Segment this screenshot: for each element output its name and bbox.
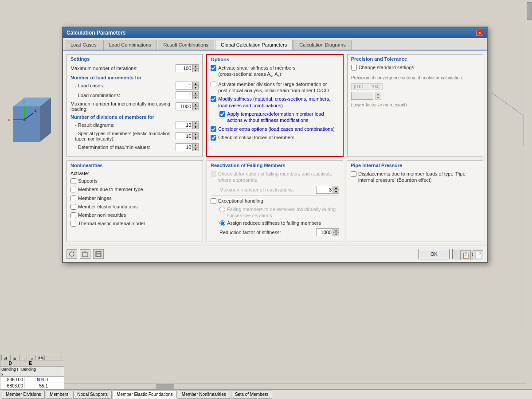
tab-result-combinations[interactable]: Result Combinations (158, 40, 215, 50)
member-nonlinearities-checkbox[interactable] (70, 212, 76, 218)
reactivation-panel: Reactivation of Failing Members Check de… (207, 160, 343, 242)
max-iterations-down[interactable]: ▼ (192, 68, 199, 72)
max-reactivations-spinner[interactable]: ▲ ▼ (316, 186, 339, 194)
pipe-icon-btn-1[interactable]: 📋 (460, 250, 471, 260)
critical-forces-label: Check of critical forces of members (218, 134, 294, 141)
member-nonlinearities-row: Member nonlinearities (70, 212, 199, 218)
result-diagrams-down[interactable]: ▼ (192, 125, 199, 129)
tab-load-combinations[interactable]: Load Combinations (103, 40, 157, 50)
max-incremental-down[interactable]: ▼ (192, 106, 199, 110)
max-reactivations-field[interactable] (316, 186, 333, 194)
footer-icon-btn-1[interactable] (66, 249, 77, 259)
load-combinations-spinner[interactable]: ▲ ▼ (176, 91, 199, 99)
failing-members-radio[interactable] (219, 207, 225, 212)
load-combinations-up[interactable]: ▲ (192, 91, 199, 95)
max-incremental-field[interactable] (176, 102, 192, 110)
reduction-factor-up[interactable]: ▲ (333, 228, 339, 232)
load-cases-field[interactable] (176, 82, 192, 90)
tab-member-nonlinearities[interactable]: Member Nonlinearities (178, 391, 230, 399)
special-types-field[interactable] (176, 132, 192, 140)
modify-stiffness-row: Modify stiffness (material, cross-sectio… (211, 96, 339, 109)
displacement-label: Displacements due to member loads of typ… (358, 171, 479, 184)
tab-sets-of-members[interactable]: Sets of Members (231, 391, 273, 399)
apply-temp-checkbox[interactable] (219, 111, 225, 117)
col-d-label: Bending I y (0, 367, 20, 376)
special-types-spinner[interactable]: ▲ ▼ (176, 132, 199, 140)
elastic-checkbox[interactable] (70, 204, 76, 210)
max-incremental-spinner[interactable]: ▲ ▼ (176, 102, 199, 110)
pipe-panel-footer: 📋 📄 (457, 249, 487, 262)
result-diagrams-up[interactable]: ▲ (192, 121, 199, 125)
reduction-factor-label: Reduction factor of stiffness: (219, 230, 316, 235)
displacement-row: Displacements due to member loads of typ… (351, 171, 479, 184)
members-type-checkbox[interactable] (70, 187, 76, 192)
displacement-checkbox[interactable] (351, 171, 356, 177)
tab-member-divisions[interactable]: Member Divisions (2, 391, 45, 399)
member-divisions-checkbox[interactable] (211, 82, 216, 87)
nonlinearities-panel: Nonlinearities Activate: Supports Member… (66, 160, 203, 242)
ok-button[interactable]: OK (419, 249, 450, 259)
load-cases-up[interactable]: ▲ (192, 82, 199, 86)
members-type-row: Members due to member type (70, 186, 199, 192)
main-vscrollbar[interactable] (526, 0, 532, 329)
change-settings-checkbox[interactable] (351, 65, 357, 70)
reduction-factor-field[interactable] (316, 228, 333, 236)
shear-stiffness-checkbox[interactable] (211, 65, 216, 71)
max-min-down[interactable]: ▼ (192, 147, 199, 151)
precision-spinner-field (351, 92, 373, 100)
max-min-spinner[interactable]: ▲ ▼ (176, 143, 199, 151)
reduction-factor-spinbtns: ▲ ▼ (333, 228, 339, 236)
tab-members[interactable]: Members (46, 391, 72, 399)
assign-stiffness-radio[interactable] (219, 220, 225, 226)
convergence-label: Precision of convergence criteria of non… (351, 75, 479, 81)
special-types-down[interactable]: ▼ (192, 136, 199, 140)
max-iterations-field[interactable] (176, 64, 192, 72)
tab-load-cases[interactable]: Load Cases (65, 40, 102, 50)
pipe-icon-btn-2[interactable]: 📄 (473, 250, 483, 260)
load-cases-spinner[interactable]: ▲ ▼ (176, 82, 199, 90)
hinges-checkbox[interactable] (70, 196, 76, 201)
result-diagrams-row: - Result diagrams: ▲ ▼ (70, 121, 199, 129)
load-combinations-down[interactable]: ▼ (192, 95, 199, 99)
max-min-field[interactable] (176, 143, 192, 151)
special-types-up[interactable]: ▲ (192, 132, 199, 136)
critical-forces-checkbox[interactable] (211, 135, 216, 141)
options-content: Activate shear stiffness of members (cro… (207, 63, 342, 146)
result-diagrams-field[interactable] (176, 121, 192, 129)
tab-calc-diagrams[interactable]: Calculation Diagrams (293, 40, 352, 50)
tab-nodal-supports[interactable]: Nodal Supports (73, 391, 112, 399)
reduction-factor-down[interactable]: ▼ (333, 232, 339, 236)
load-cases-spinbtns: ▲ ▼ (192, 82, 199, 90)
vscrollbar-thumb[interactable] (527, 2, 532, 20)
load-cases-down[interactable]: ▼ (192, 86, 199, 90)
max-incremental-up[interactable]: ▲ (192, 102, 199, 106)
thermal-checkbox[interactable] (70, 221, 76, 227)
folder-icon (82, 251, 88, 257)
refresh-icon (69, 251, 75, 257)
hscrollbar[interactable] (64, 383, 526, 389)
result-diagrams-label: - Result diagrams: (70, 122, 176, 128)
supports-checkbox[interactable] (70, 178, 76, 184)
check-deformation-row: Check deformation of failing members and… (211, 171, 339, 184)
max-iterations-up[interactable]: ▲ (192, 64, 199, 68)
max-reactivations-row: Maximum number of reactivations: ▲ ▼ (219, 186, 339, 194)
footer-icon-btn-2[interactable] (80, 249, 90, 259)
max-reactivations-up[interactable]: ▲ (333, 186, 339, 190)
reduction-factor-spinner[interactable]: ▲ ▼ (316, 228, 339, 236)
footer-icon-btn-3[interactable] (93, 249, 104, 259)
spreadsheet-row-1: 8360.00 604.0 (0, 377, 64, 383)
extra-options-checkbox[interactable] (211, 126, 216, 132)
load-combinations-field[interactable] (176, 91, 192, 99)
max-min-up[interactable]: ▲ (192, 143, 199, 147)
max-reactivations-down[interactable]: ▼ (333, 190, 339, 194)
modify-stiffness-checkbox[interactable] (211, 96, 216, 102)
critical-forces-row: Check of critical forces of members (211, 134, 339, 141)
dialog-close-button[interactable]: × (476, 30, 483, 36)
max-iterations-spinner[interactable]: ▲ ▼ (176, 64, 199, 72)
result-diagrams-spinner[interactable]: ▲ ▼ (176, 121, 199, 129)
tab-global-calc-params[interactable]: Global Calculation Parameters (215, 40, 293, 50)
exceptional-handling-checkbox[interactable] (211, 198, 216, 204)
tab-member-elastic-foundations[interactable]: Member Elastic Foundations (113, 391, 177, 399)
pipe-title: Pipe Internal Pressure (347, 161, 483, 169)
hscrollbar-thumb[interactable] (156, 384, 174, 389)
